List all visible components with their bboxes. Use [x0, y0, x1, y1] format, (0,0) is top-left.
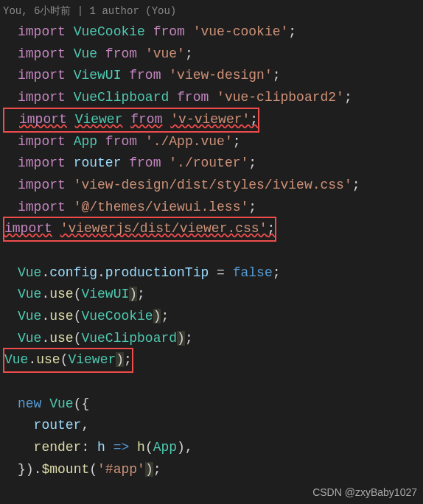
- code-line: Vue.use(VueClipboard);: [3, 328, 423, 350]
- code-line: Vue.config.productionTip = false;: [3, 262, 423, 284]
- code-line: import 'view-design/dist/styles/iview.cs…: [3, 175, 423, 197]
- watermark: CSDN @zxyBaby1027: [312, 484, 417, 501]
- code-line: import VueClipboard from 'vue-clipboard2…: [3, 87, 423, 109]
- code-line-highlighted: import Viewer from 'v-viewer';: [3, 109, 423, 131]
- code-line: render: h => h(App),: [3, 437, 423, 459]
- code-line-highlighted: Vue.use(Viewer);: [3, 349, 423, 371]
- code-line: Vue.use(VueCookie);: [3, 306, 423, 328]
- code-editor[interactable]: You, 6小时前 | 1 author (You) import VueCoo…: [0, 0, 423, 481]
- code-line: router,: [3, 415, 423, 437]
- code-line: import router from './router';: [3, 153, 423, 175]
- code-line: import Vue from 'vue';: [3, 43, 423, 66]
- code-line: import VueCookie from 'vue-cookie';: [3, 21, 423, 43]
- code-line: import '@/themes/viewui.less';: [3, 197, 423, 219]
- code-line: [3, 371, 423, 393]
- code-line-highlighted: import 'viewerjs/dist/viewer.css';: [3, 218, 423, 240]
- code-line: Vue.use(ViewUI);: [3, 284, 423, 306]
- code-line: }).$mount('#app');: [3, 459, 423, 481]
- code-block: import VueCookie from 'vue-cookie'; impo…: [0, 21, 423, 480]
- code-line: [3, 240, 423, 262]
- code-line: import App from './App.vue';: [3, 131, 423, 153]
- code-line: new Vue({: [3, 393, 423, 416]
- gitlens-annotation: You, 6小时前 | 1 author (You): [0, 0, 423, 21]
- code-line: import ViewUI from 'view-design';: [3, 65, 423, 87]
